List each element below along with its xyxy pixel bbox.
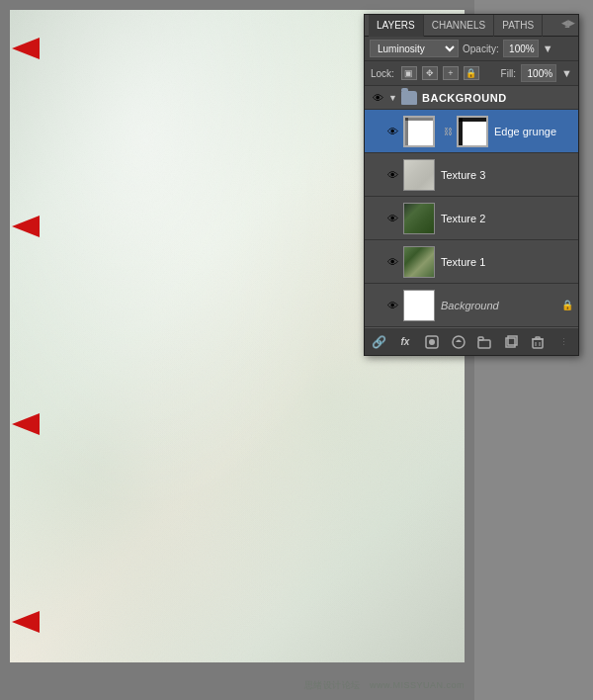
layer-chain-icon[interactable]: ⛓ (443, 116, 453, 147)
arrow-2 (12, 216, 43, 237)
blend-row: Luminosity Opacity: ▼ (365, 37, 578, 61)
adjustment-layer-btn[interactable] (449, 332, 468, 352)
panel-tabs: LAYERS CHANNELS PATHS ≡ (365, 15, 578, 37)
blend-mode-select[interactable]: Luminosity (370, 40, 459, 57)
layer-item[interactable]: Texture 2 (365, 197, 578, 240)
tab-channels[interactable]: CHANNELS (424, 15, 494, 37)
layer-visibility-texture2[interactable] (384, 211, 400, 226)
svg-rect-11 (404, 204, 435, 234)
layer-name-edge-grunge: Edge grunge (494, 126, 573, 137)
fx-btn[interactable]: fx (395, 332, 415, 352)
svg-rect-7 (486, 118, 488, 147)
layer-name-background: Background (441, 300, 557, 311)
svg-rect-0 (405, 118, 435, 147)
svg-rect-21 (536, 337, 540, 339)
layer-lock-icon: 🔒 (561, 300, 573, 310)
layer-thumb-texture2 (403, 203, 435, 234)
arrow-3 (12, 413, 43, 435)
layer-name-texture1: Texture 1 (441, 256, 573, 268)
svg-point-13 (429, 339, 435, 345)
svg-rect-8 (459, 118, 488, 122)
lock-all-btn[interactable]: + (443, 66, 459, 80)
arrow-1 (12, 38, 43, 59)
svg-rect-15 (478, 340, 490, 348)
layer-thumb-texture1 (403, 246, 435, 278)
group-name: BACKGROUND (422, 92, 507, 104)
watermark-text2: www.MISSYUAN.com (370, 680, 465, 690)
group-visibility-toggle[interactable] (370, 90, 385, 106)
layer-item[interactable]: Background 🔒 (365, 284, 578, 327)
svg-rect-2 (434, 118, 435, 147)
lock-position-btn[interactable]: ✥ (422, 66, 438, 80)
lock-row: Lock: ▣ ✥ + 🔒 Fill: ▼ (365, 61, 578, 86)
svg-rect-19 (533, 339, 543, 348)
opacity-input[interactable] (503, 40, 539, 57)
watermark-text1: 思绪设计论坛 (304, 680, 361, 690)
arrow-4 (12, 611, 43, 633)
tab-layers[interactable]: LAYERS (369, 15, 424, 37)
layer-thumb-background (403, 290, 435, 321)
panel-toolbar: 🔗 fx (365, 327, 578, 355)
svg-rect-3 (405, 118, 435, 121)
svg-rect-16 (478, 337, 483, 340)
tab-paths[interactable]: PATHS (494, 15, 543, 37)
panel-collapse-icon[interactable]: ◀▶ (561, 18, 575, 28)
layer-visibility-texture1[interactable] (384, 254, 400, 270)
link-layers-btn[interactable]: 🔗 (369, 332, 388, 352)
delete-layer-btn[interactable] (528, 332, 548, 352)
svg-rect-6 (459, 118, 463, 147)
group-layers-btn[interactable] (474, 332, 494, 352)
layer-visibility-edge-grunge[interactable] (384, 124, 400, 139)
new-layer-btn[interactable] (501, 332, 521, 352)
svg-rect-1 (405, 118, 408, 147)
layer-group-header[interactable]: ▼ BACKGROUND (365, 86, 578, 110)
layer-name-texture2: Texture 2 (441, 213, 573, 224)
group-folder-icon (401, 91, 417, 105)
layer-thumb-texture3 (403, 159, 435, 191)
layer-visibility-texture3[interactable] (384, 167, 400, 183)
watermark: 思绪设计论坛 www.MISSYUAN.com (304, 679, 465, 692)
lock-icon-btn[interactable]: 🔒 (464, 66, 479, 80)
layer-thumb-edge-grunge-1 (403, 116, 435, 147)
fill-arrow[interactable]: ▼ (561, 67, 572, 79)
fill-label: Fill: (501, 68, 517, 79)
panel-resize-handle[interactable]: ⋮ (554, 332, 574, 352)
opacity-arrow[interactable]: ▼ (543, 43, 553, 54)
group-expand-arrow[interactable]: ▼ (388, 93, 398, 103)
layer-item[interactable]: Texture 3 (365, 153, 578, 197)
layer-item[interactable]: ⛓ Edge grunge (365, 110, 578, 153)
lock-label: Lock: (371, 68, 394, 79)
opacity-label: Opacity: (463, 44, 499, 54)
svg-rect-4 (405, 146, 435, 147)
layer-item[interactable]: Texture 1 (365, 240, 578, 284)
svg-rect-10 (404, 204, 435, 234)
fill-input[interactable] (521, 64, 556, 82)
lock-pixels-btn[interactable]: ▣ (401, 66, 417, 80)
svg-rect-5 (459, 118, 488, 147)
layer-name-texture3: Texture 3 (441, 169, 573, 181)
layer-visibility-background[interactable] (384, 298, 400, 313)
layers-panel: ◀▶ LAYERS CHANNELS PATHS ≡ Luminosity Op… (364, 14, 579, 356)
add-mask-btn[interactable] (422, 332, 442, 352)
layer-thumb-edge-grunge-2 (457, 116, 488, 147)
svg-rect-9 (459, 145, 488, 147)
